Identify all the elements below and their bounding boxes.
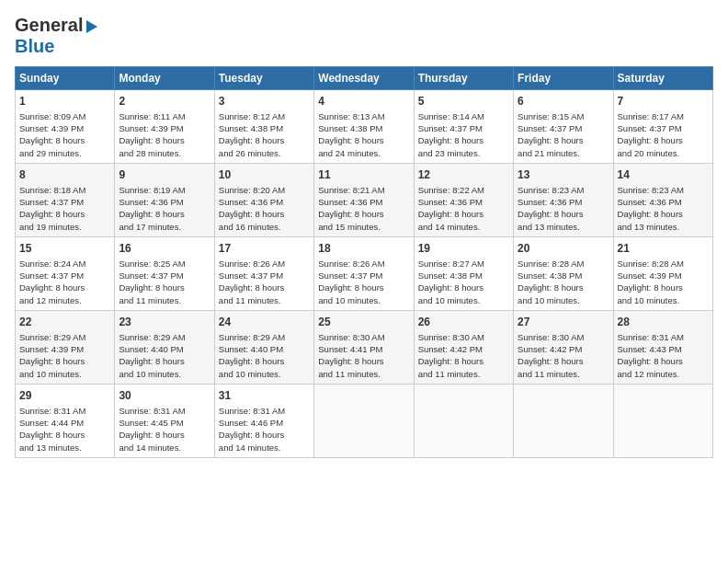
day-info: Sunset: 4:37 PM xyxy=(19,196,110,208)
day-info: Sunset: 4:36 PM xyxy=(618,196,709,208)
header: General Blue xyxy=(15,15,713,57)
calendar-cell: 16Sunrise: 8:25 AMSunset: 4:37 PMDayligh… xyxy=(115,236,214,310)
day-info: Sunset: 4:37 PM xyxy=(318,270,409,282)
day-info: Sunrise: 8:18 AM xyxy=(19,184,110,196)
day-number: 2 xyxy=(119,94,210,109)
day-info: Sunset: 4:36 PM xyxy=(318,196,409,208)
day-number: 13 xyxy=(518,167,609,183)
day-info: Sunset: 4:37 PM xyxy=(618,122,709,134)
week-row-2: 8Sunrise: 8:18 AMSunset: 4:37 PMDaylight… xyxy=(16,163,713,236)
day-info: and 16 minutes. xyxy=(219,221,310,233)
day-info: Sunrise: 8:22 AM xyxy=(418,184,509,196)
day-info: Sunset: 4:37 PM xyxy=(19,270,110,282)
calendar-cell: 18Sunrise: 8:26 AMSunset: 4:37 PMDayligh… xyxy=(314,236,414,310)
calendar-cell: 15Sunrise: 8:24 AMSunset: 4:37 PMDayligh… xyxy=(16,236,115,310)
day-info: and 20 minutes. xyxy=(618,147,709,159)
day-info: Sunset: 4:36 PM xyxy=(518,196,609,208)
day-info: Sunset: 4:37 PM xyxy=(418,122,509,134)
day-info: Sunset: 4:38 PM xyxy=(318,122,409,134)
day-info: Sunrise: 8:11 AM xyxy=(119,110,210,122)
day-number: 17 xyxy=(219,241,310,257)
day-number: 26 xyxy=(418,315,509,330)
day-info: and 28 minutes. xyxy=(119,147,210,159)
calendar-cell: 31Sunrise: 8:31 AMSunset: 4:46 PMDayligh… xyxy=(214,384,313,457)
col-header-monday: Monday xyxy=(115,67,214,90)
day-info: Sunrise: 8:30 AM xyxy=(318,331,409,343)
day-info: Sunrise: 8:12 AM xyxy=(219,110,310,122)
day-info: Sunrise: 8:09 AM xyxy=(19,110,110,122)
day-info: and 14 minutes. xyxy=(219,442,310,454)
col-header-friday: Friday xyxy=(514,67,613,90)
day-info: and 11 minutes. xyxy=(219,294,310,306)
day-info: Sunset: 4:38 PM xyxy=(518,270,609,282)
day-info: and 14 minutes. xyxy=(418,221,509,233)
day-info: and 24 minutes. xyxy=(318,147,409,159)
day-info: and 13 minutes. xyxy=(518,221,609,233)
calendar-cell: 5Sunrise: 8:14 AMSunset: 4:37 PMDaylight… xyxy=(414,90,513,164)
day-number: 1 xyxy=(19,94,110,109)
day-info: Sunset: 4:41 PM xyxy=(318,343,409,355)
day-info: Sunset: 4:38 PM xyxy=(219,122,310,134)
day-info: Sunset: 4:40 PM xyxy=(219,343,310,355)
day-info: Daylight: 8 hours xyxy=(318,282,409,293)
day-info: Daylight: 8 hours xyxy=(19,208,110,220)
day-info: and 26 minutes. xyxy=(219,147,310,159)
day-info: Sunset: 4:36 PM xyxy=(119,196,210,208)
day-number: 23 xyxy=(119,315,210,330)
day-info: Daylight: 8 hours xyxy=(618,355,709,367)
day-number: 11 xyxy=(318,167,409,183)
day-number: 7 xyxy=(618,94,709,109)
calendar-cell xyxy=(414,384,513,457)
day-info: Sunrise: 8:24 AM xyxy=(19,258,110,270)
day-info: and 17 minutes. xyxy=(119,221,210,233)
day-info: Daylight: 8 hours xyxy=(119,134,210,146)
day-number: 16 xyxy=(119,241,210,257)
col-header-saturday: Saturday xyxy=(613,67,712,90)
calendar-cell: 4Sunrise: 8:13 AMSunset: 4:38 PMDaylight… xyxy=(314,90,414,164)
logo: General Blue xyxy=(15,15,97,57)
day-info: and 10 minutes. xyxy=(418,294,509,306)
day-info: Daylight: 8 hours xyxy=(618,208,709,220)
day-info: Daylight: 8 hours xyxy=(119,208,210,220)
logo-text-general: General xyxy=(15,15,83,36)
day-info: Sunset: 4:43 PM xyxy=(618,343,709,355)
day-info: Daylight: 8 hours xyxy=(219,355,310,367)
day-info: Sunset: 4:36 PM xyxy=(418,196,509,208)
day-info: and 10 minutes. xyxy=(219,368,310,380)
calendar-cell: 20Sunrise: 8:28 AMSunset: 4:38 PMDayligh… xyxy=(514,236,613,310)
day-info: Daylight: 8 hours xyxy=(318,134,409,146)
day-info: Sunset: 4:36 PM xyxy=(219,196,310,208)
day-info: Sunrise: 8:31 AM xyxy=(119,405,210,417)
day-info: Sunrise: 8:20 AM xyxy=(219,184,310,196)
day-number: 9 xyxy=(119,167,210,183)
calendar-cell: 12Sunrise: 8:22 AMSunset: 4:36 PMDayligh… xyxy=(414,163,513,236)
day-info: and 11 minutes. xyxy=(418,368,509,380)
day-info: Sunrise: 8:21 AM xyxy=(318,184,409,196)
day-number: 29 xyxy=(19,388,110,404)
day-info: Sunset: 4:45 PM xyxy=(119,417,210,429)
day-info: Daylight: 8 hours xyxy=(219,429,310,441)
header-row: SundayMondayTuesdayWednesdayThursdayFrid… xyxy=(16,67,713,90)
day-info: Daylight: 8 hours xyxy=(418,282,509,293)
day-info: Sunrise: 8:30 AM xyxy=(518,331,609,343)
calendar-cell: 1Sunrise: 8:09 AMSunset: 4:39 PMDaylight… xyxy=(16,90,115,164)
calendar-cell: 17Sunrise: 8:26 AMSunset: 4:37 PMDayligh… xyxy=(214,236,313,310)
day-number: 20 xyxy=(518,241,609,257)
day-number: 14 xyxy=(618,167,709,183)
day-info: Daylight: 8 hours xyxy=(518,355,609,367)
calendar-cell xyxy=(314,384,414,457)
day-info: Sunrise: 8:17 AM xyxy=(618,110,709,122)
day-info: and 10 minutes. xyxy=(318,294,409,306)
day-info: Daylight: 8 hours xyxy=(318,355,409,367)
day-info: Sunset: 4:37 PM xyxy=(119,270,210,282)
day-info: Sunrise: 8:29 AM xyxy=(119,331,210,343)
day-info: Sunset: 4:42 PM xyxy=(518,343,609,355)
day-info: Daylight: 8 hours xyxy=(518,208,609,220)
day-info: and 11 minutes. xyxy=(119,294,210,306)
day-info: Sunrise: 8:19 AM xyxy=(119,184,210,196)
week-row-5: 29Sunrise: 8:31 AMSunset: 4:44 PMDayligh… xyxy=(16,384,713,457)
day-number: 19 xyxy=(418,241,509,257)
day-info: Sunrise: 8:13 AM xyxy=(318,110,409,122)
calendar-cell: 10Sunrise: 8:20 AMSunset: 4:36 PMDayligh… xyxy=(214,163,313,236)
day-info: Sunrise: 8:29 AM xyxy=(219,331,310,343)
